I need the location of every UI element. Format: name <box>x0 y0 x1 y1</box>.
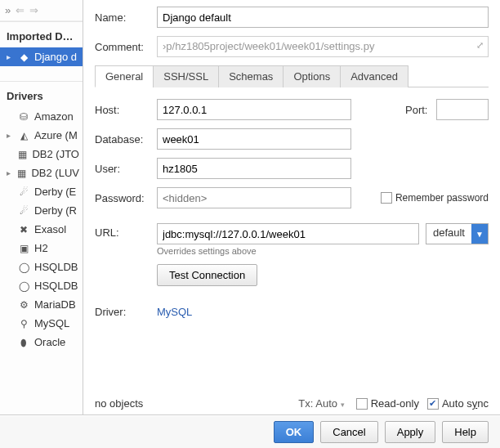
driver-item[interactable]: ◯HSQLDB <box>0 276 83 295</box>
db-icon: ✖ <box>18 224 29 235</box>
arrow-left-icon[interactable]: ⇐ <box>16 4 25 16</box>
comment-input[interactable]: ›p/hz1805project/week01/week01/settings.… <box>157 36 489 57</box>
tab-schemas[interactable]: Schemas <box>218 65 283 87</box>
host-label: Host: <box>95 104 157 116</box>
chevron-right-icon: ▸ <box>7 131 13 140</box>
url-hint: Overrides settings above <box>157 246 489 256</box>
chevron-right-icon[interactable]: » <box>5 4 11 16</box>
db-icon: ⚲ <box>18 318 29 329</box>
chevron-right-icon: ▸ <box>7 168 12 177</box>
chevron-down-icon: ▾ <box>341 401 345 409</box>
host-input[interactable] <box>157 99 351 120</box>
tab-bar: General SSH/SSL Schemas Options Advanced <box>95 65 489 87</box>
driver-item[interactable]: ☄Derby (E <box>0 182 83 201</box>
left-toolbar: » ⇐ ⇒ <box>0 0 83 21</box>
checkbox-icon <box>356 398 368 410</box>
drivers-header: Drivers <box>0 81 83 107</box>
database-input[interactable] <box>157 128 351 150</box>
checkbox-icon: ✔ <box>427 398 439 410</box>
db-icon: ☄ <box>18 205 29 217</box>
tab-general[interactable]: General <box>95 65 154 87</box>
readonly-checkbox[interactable]: Read-only <box>356 397 419 410</box>
db-icon: ◯ <box>18 280 29 292</box>
cancel-button[interactable]: Cancel <box>320 421 377 443</box>
tab-advanced[interactable]: Advanced <box>340 65 408 87</box>
right-panel: Name: Comment: ›p/hz1805project/week01/w… <box>83 0 500 414</box>
user-label: User: <box>95 163 157 175</box>
imported-item-django[interactable]: ▸ ◆ Django d <box>0 47 83 66</box>
driver-item[interactable]: ✖Exasol <box>0 220 83 239</box>
db-icon: ⬮ <box>18 337 29 348</box>
driver-item[interactable]: ☄Derby (R <box>0 201 83 220</box>
port-label: Port: <box>405 104 436 116</box>
db-icon: ⚙ <box>18 299 29 311</box>
db-icon: ▦ <box>17 149 27 160</box>
db-icon: ◯ <box>18 262 29 273</box>
expand-icon[interactable]: ⤢ <box>476 40 484 51</box>
password-input[interactable] <box>157 187 351 208</box>
driver-item[interactable]: ◯HSQLDB <box>0 258 83 276</box>
autosync-label: Auto sync <box>442 397 489 410</box>
chevron-right-icon: ▸ <box>7 52 13 61</box>
driver-item[interactable]: ▸▦DB2 (LUV <box>0 164 83 182</box>
db-icon: ☄ <box>18 186 29 198</box>
db-icon: ▣ <box>18 243 29 254</box>
help-button[interactable]: Help <box>442 421 489 443</box>
driver-item[interactable]: ▦DB2 (JTO <box>0 145 83 164</box>
driver-link[interactable]: MySQL <box>157 306 192 318</box>
driver-item[interactable]: ⬮Oracle <box>0 333 83 352</box>
checkbox-icon <box>381 192 392 204</box>
password-label: Password: <box>95 192 157 204</box>
datasource-icon: ◆ <box>18 52 29 63</box>
name-label: Name: <box>95 11 157 24</box>
tab-sshssl[interactable]: SSH/SSL <box>153 65 219 87</box>
driver-item[interactable]: ▣H2 <box>0 239 83 258</box>
remember-password-checkbox[interactable]: Remember password <box>381 192 489 204</box>
tab-options[interactable]: Options <box>283 65 341 87</box>
url-label: URL: <box>95 223 157 239</box>
tx-selector[interactable]: Tx: Auto ▾ <box>298 397 344 410</box>
chevron-down-icon: ▼ <box>471 224 488 244</box>
name-input[interactable] <box>157 7 489 28</box>
imported-header: Imported D… <box>0 21 83 47</box>
imported-item-label: Django d <box>34 51 77 63</box>
db-icon: ◭ <box>18 130 29 141</box>
user-input[interactable] <box>157 158 351 179</box>
dialog-footer: OK Cancel Apply Help <box>0 415 500 448</box>
database-label: Database: <box>95 133 157 146</box>
url-input[interactable] <box>157 223 419 244</box>
driver-item[interactable]: ⚙MariaDB <box>0 295 83 314</box>
apply-button[interactable]: Apply <box>385 421 436 443</box>
url-mode-select[interactable]: default ▼ <box>426 223 489 244</box>
arrow-right-icon[interactable]: ⇒ <box>29 4 38 16</box>
driver-item[interactable]: ▸◭Azure (M <box>0 126 83 145</box>
no-objects-label: no objects <box>95 397 143 410</box>
left-panel: » ⇐ ⇒ Imported D… ▸ ◆ Django d Drivers ⛁… <box>0 0 83 414</box>
comment-label: Comment: <box>95 41 157 53</box>
driver-label: Driver: <box>95 306 157 318</box>
db-icon: ⛁ <box>18 111 29 123</box>
ok-button[interactable]: OK <box>274 421 315 443</box>
db-icon: ▦ <box>17 168 27 179</box>
autosync-checkbox[interactable]: ✔ Auto sync <box>427 397 489 410</box>
port-input[interactable] <box>436 99 489 120</box>
driver-item[interactable]: ⛁Amazon <box>0 107 83 126</box>
test-connection-button[interactable]: Test Connection <box>157 264 257 286</box>
driver-item[interactable]: ⚲MySQL <box>0 314 83 333</box>
